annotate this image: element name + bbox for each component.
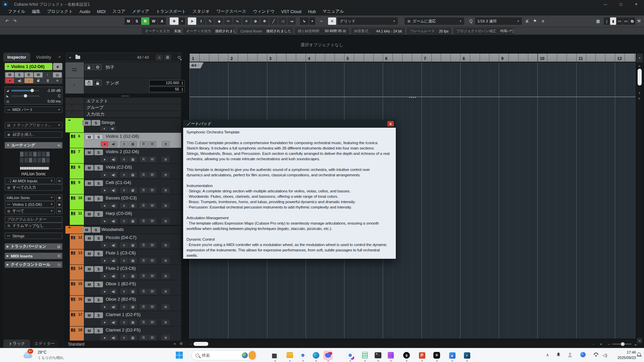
taskbar-app-notes[interactable] (360, 351, 370, 360)
track-read-icon[interactable]: R (140, 289, 148, 294)
track-keys-icon[interactable]: ▦ (129, 187, 137, 193)
track-edit-icon[interactable]: e (120, 187, 128, 193)
track-edit-icon[interactable]: e (120, 289, 128, 294)
track-write-icon[interactable]: W (148, 319, 156, 325)
track-monitor-icon[interactable]: ◀) (109, 218, 117, 224)
track-write-icon[interactable]: W (148, 273, 156, 279)
zoom-tool-tool[interactable]: ⊕ (251, 17, 260, 25)
track-row-18[interactable]: 18MSClarinet 2 (D2-F5)●◀)e▦RW≣ (65, 326, 181, 342)
input-transformer-button[interactable]: ⇆ (56, 178, 62, 184)
track-mute-button[interactable]: M (85, 196, 94, 201)
menu-Audio[interactable]: Audio (76, 9, 94, 14)
accessibility-icon[interactable] (568, 353, 572, 357)
close-button[interactable]: ✕ (629, 0, 644, 8)
track-solo-button[interactable]: S (94, 149, 103, 155)
menu-スタジオ[interactable]: スタジオ (189, 9, 213, 14)
track-monitor-icon[interactable]: ◀) (109, 242, 117, 248)
track-solo-button[interactable]: S (94, 328, 103, 334)
hscroll-options-icon[interactable]: ▼ (600, 343, 602, 346)
layout-toggle-1[interactable]: ▮ (610, 17, 616, 25)
track-keys-icon[interactable]: ▦ (129, 172, 137, 178)
folder-track-strings[interactable]: MSStrings●◀) (65, 118, 181, 132)
plugin-thumbnail[interactable] (19, 150, 50, 171)
search-box[interactable]: 検索 (191, 350, 257, 360)
track-monitor-icon[interactable]: ◀) (109, 289, 117, 294)
taskbar-clock[interactable]: 17:46 2025/09/23 (618, 350, 636, 360)
grid-divider-dots[interactable]: •••• (409, 96, 417, 99)
snap-type-dropdown[interactable]: グリッド▼ (337, 17, 398, 25)
taskbar-app-file-explorer[interactable] (285, 351, 294, 360)
track-keys-icon[interactable]: ▦ (129, 289, 137, 294)
track-record-icon[interactable]: ● (101, 319, 109, 325)
output-routing-dropdown[interactable]: ↦Violins 1 (G2-D6)▼ (5, 201, 55, 207)
track-monitor-icon[interactable]: ◀) (109, 335, 117, 341)
footer-gear-icon[interactable]: ⚙ (179, 342, 183, 346)
automation-M[interactable]: M (124, 17, 132, 25)
track-write-icon[interactable]: W (148, 335, 156, 341)
channel-settings-icon[interactable]: ▤ (53, 72, 62, 77)
track-write-icon[interactable]: W (148, 187, 156, 193)
start-button[interactable] (176, 352, 183, 359)
track-lanes-icon[interactable]: ≣ (162, 335, 170, 341)
track-read-icon[interactable]: R (140, 187, 148, 193)
track-list-divider[interactable]: •••• (65, 94, 181, 97)
track-row-15[interactable]: 15MSOboe 1 (B2-F5)●◀)e▦RW≣ (65, 280, 181, 295)
midi-inserts-section[interactable]: ▶MIDI Inserts⊟ (5, 253, 62, 259)
iterative-quantize-icon[interactable]: ⋠ (523, 17, 531, 25)
output-edit-button[interactable]: ◉ (56, 201, 62, 207)
quantize-icon[interactable]: Q (468, 17, 474, 25)
object-select-combo[interactable]: ✥ (170, 17, 178, 25)
track-record-icon[interactable]: ● (101, 258, 109, 263)
footer-dropdown-icon[interactable]: ▼ (173, 343, 176, 346)
track-edit-icon[interactable]: e (120, 335, 128, 341)
notification-bell-icon[interactable] (637, 353, 642, 356)
microphone-icon[interactable] (557, 353, 560, 356)
track-height-preset[interactable]: Standard (68, 342, 85, 347)
time-signature-badge[interactable]: 4/4+ (190, 62, 204, 68)
track-record-icon[interactable]: ● (101, 242, 109, 248)
track-edit-icon[interactable]: e (120, 172, 128, 178)
track-row-17[interactable]: 17MSClarinet 1 (D2-F5)●◀)e▦RW≣ (65, 311, 181, 326)
zoom-preset-button[interactable]: ＋ (637, 338, 642, 343)
track-solo-button[interactable]: S (94, 180, 103, 186)
track-row-9[interactable]: 9MSCelli (C1-G4)●◀)e▦RW≣ (65, 179, 181, 194)
track-monitor-icon[interactable]: ◀) (109, 273, 117, 279)
menu-Hub[interactable]: Hub (305, 9, 319, 14)
track-mute-button[interactable]: M (85, 251, 94, 256)
vertical-scroll-thumb[interactable] (638, 69, 642, 85)
lock-button[interactable] (34, 78, 43, 83)
track-row-13[interactable]: 13MSFlute 1 (C3-C6)●◀)e▦RW≣ (65, 249, 181, 264)
timeline-ruler[interactable]: 123456789101112 (190, 54, 636, 62)
tray-expand-icon[interactable]: ∧ (546, 353, 549, 357)
taskbar-app-photos[interactable]: ▲ (447, 351, 457, 360)
menu-編集[interactable]: 編集 (29, 9, 44, 14)
track-lanes-icon[interactable]: ≣ (162, 157, 170, 162)
taskbar-app-chatgpt[interactable]: ✳ (432, 351, 441, 360)
track-lanes-icon[interactable]: ≣ (162, 319, 170, 325)
weather-icon[interactable]: 9+ (23, 350, 34, 360)
track-mute-button[interactable]: M (85, 149, 94, 155)
track-read-icon[interactable]: R (140, 218, 148, 224)
track-keys-icon[interactable]: ▦ (129, 242, 137, 248)
tempo-lock-icon[interactable] (94, 80, 102, 86)
track-lanes-icon[interactable]: ≣ (162, 172, 170, 178)
folder-track-グループ[interactable]: グループ (65, 104, 181, 111)
notepad-close-button[interactable]: x (387, 121, 394, 126)
tab-track[interactable]: トラック (3, 340, 30, 348)
track-write-icon[interactable]: W (148, 258, 156, 263)
layout-toggle-3[interactable]: ▭ (623, 17, 629, 25)
track-lanes-icon[interactable]: ≣ (162, 258, 170, 263)
object-select-dropdown[interactable]: ▼ (179, 17, 185, 25)
track-record-icon[interactable]: ● (101, 273, 109, 279)
search-tracks-icon[interactable] (176, 54, 182, 60)
midi-channel-dropdown[interactable]: ◍すべて▼ (5, 208, 55, 214)
pan-slider[interactable] (11, 95, 40, 97)
wifi-icon[interactable] (594, 353, 598, 357)
track-mute-button[interactable]: M (85, 266, 94, 272)
notepad-title-bar[interactable]: ノートパッド (183, 120, 396, 128)
track-monitor-icon[interactable]: ◀) (109, 319, 117, 325)
track-record-icon[interactable]: ● (101, 141, 109, 147)
track-write-icon[interactable]: W (148, 242, 156, 248)
track-solo-button[interactable]: S (94, 211, 103, 217)
track-lanes-icon[interactable]: ≣ (162, 242, 170, 248)
